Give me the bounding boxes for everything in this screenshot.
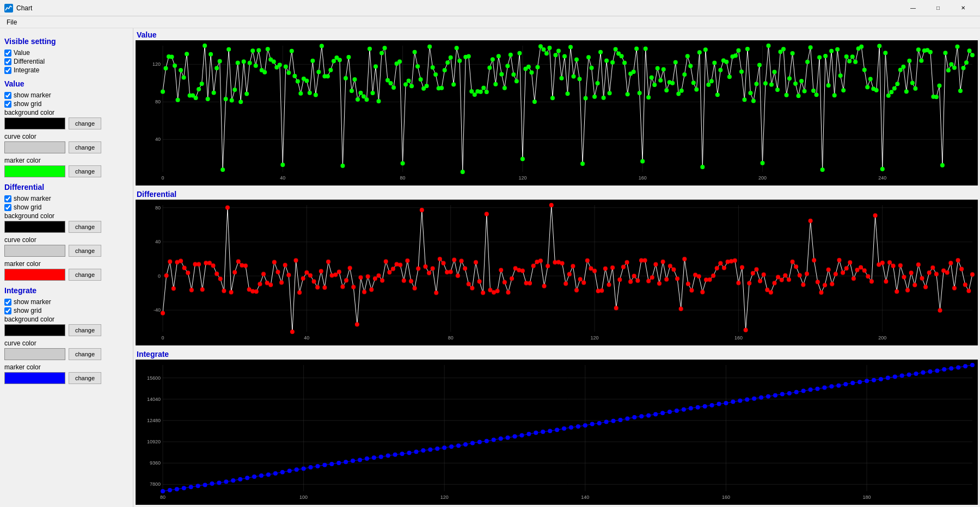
differential-chart-container: Differential bbox=[133, 188, 980, 347]
value-show-marker-row: show marker bbox=[4, 91, 128, 99]
menu-file[interactable]: File bbox=[2, 17, 21, 27]
window-controls: — □ ✕ bbox=[901, 0, 976, 16]
diff-curve-change-button[interactable]: change bbox=[69, 245, 101, 257]
diff-bg-color-row: background color change bbox=[4, 212, 128, 233]
diff-curve-color-swatch bbox=[4, 245, 65, 257]
maximize-button[interactable]: □ bbox=[926, 0, 951, 16]
int-bg-change-button[interactable]: change bbox=[69, 324, 101, 336]
value-show-grid-input[interactable] bbox=[4, 101, 11, 108]
int-show-marker-label: show marker bbox=[14, 298, 51, 306]
int-bg-color-row: background color change bbox=[4, 316, 128, 336]
cb-differential-input[interactable] bbox=[4, 58, 11, 65]
integrate-chart-container: Integrate bbox=[133, 348, 980, 507]
diff-curve-color-row: curve color change bbox=[4, 236, 128, 257]
differential-chart-canvas bbox=[136, 200, 978, 345]
diff-marker-color-row: marker color change bbox=[4, 260, 128, 281]
diff-show-grid-row: show grid bbox=[4, 203, 128, 211]
int-show-marker-input[interactable] bbox=[4, 299, 11, 306]
value-curve-change-button[interactable]: change bbox=[69, 141, 101, 153]
diff-curve-color-label: curve color bbox=[4, 236, 128, 244]
value-marker-color-swatch bbox=[4, 165, 65, 177]
integrate-section-title: Integrate bbox=[4, 286, 128, 295]
value-section-title: Value bbox=[4, 79, 128, 88]
value-chart-canvas bbox=[136, 40, 978, 186]
value-chart-container: Value bbox=[133, 28, 980, 188]
int-curve-change-button[interactable]: change bbox=[69, 348, 101, 360]
int-curve-color-swatch bbox=[4, 348, 65, 360]
int-show-grid-row: show grid bbox=[4, 307, 128, 314]
integrate-chart-title: Integrate bbox=[133, 348, 980, 360]
value-show-grid-label: show grid bbox=[14, 100, 41, 108]
value-curve-color-row: curve color change bbox=[4, 133, 128, 153]
charts-area: Value Differential Integrate bbox=[133, 28, 980, 507]
int-show-grid-label: show grid bbox=[14, 307, 41, 314]
diff-show-grid-input[interactable] bbox=[4, 204, 11, 211]
value-marker-color-row: marker color change bbox=[4, 157, 128, 177]
value-show-marker-label: show marker bbox=[14, 91, 51, 99]
integrate-chart-canvas bbox=[136, 360, 978, 505]
int-show-grid-input[interactable] bbox=[4, 307, 11, 314]
cb-value-label: Value bbox=[14, 49, 30, 57]
int-curve-color-label: curve color bbox=[4, 339, 128, 347]
minimize-button[interactable]: — bbox=[901, 0, 926, 16]
diff-bg-change-button[interactable]: change bbox=[69, 221, 101, 233]
differential-chart-title: Differential bbox=[133, 188, 980, 200]
diff-marker-change-button[interactable]: change bbox=[69, 269, 101, 281]
value-chart-canvas-wrapper bbox=[136, 40, 978, 186]
value-bg-color-row: background color change bbox=[4, 109, 128, 129]
differential-section-title: Differential bbox=[4, 183, 128, 191]
value-bg-color-swatch bbox=[4, 118, 65, 129]
diff-show-marker-input[interactable] bbox=[4, 195, 11, 202]
value-show-marker-input[interactable] bbox=[4, 92, 11, 99]
cb-integrate-input[interactable] bbox=[4, 67, 11, 74]
diff-show-marker-row: show marker bbox=[4, 195, 128, 202]
app-icon bbox=[4, 4, 13, 13]
cb-value-input[interactable] bbox=[4, 50, 11, 57]
int-show-marker-row: show marker bbox=[4, 298, 128, 306]
int-bg-color-swatch bbox=[4, 324, 65, 336]
close-button[interactable]: ✕ bbox=[951, 0, 976, 16]
diff-show-marker-label: show marker bbox=[14, 195, 51, 202]
integrate-chart-canvas-wrapper bbox=[136, 360, 978, 505]
cb-integrate-row: Integrate bbox=[4, 66, 128, 74]
value-marker-change-button[interactable]: change bbox=[69, 165, 101, 177]
diff-marker-color-label: marker color bbox=[4, 260, 128, 268]
diff-show-grid-label: show grid bbox=[14, 203, 41, 211]
value-curve-color-swatch bbox=[4, 141, 65, 153]
int-marker-color-label: marker color bbox=[4, 363, 128, 371]
main-layout: Visible setting Value Differential Integ… bbox=[0, 28, 980, 507]
int-marker-color-row: marker color change bbox=[4, 363, 128, 384]
cb-differential-label: Differential bbox=[14, 58, 45, 65]
diff-bg-color-label: background color bbox=[4, 212, 128, 220]
cb-integrate-label: Integrate bbox=[14, 66, 39, 74]
value-chart-title: Value bbox=[133, 28, 980, 40]
value-bg-color-label: background color bbox=[4, 109, 128, 116]
visible-setting-title: Visible setting bbox=[4, 37, 128, 46]
int-bg-color-label: background color bbox=[4, 316, 128, 323]
diff-marker-color-swatch bbox=[4, 269, 65, 281]
differential-chart-canvas-wrapper bbox=[136, 200, 978, 345]
int-marker-change-button[interactable]: change bbox=[69, 372, 101, 384]
cb-differential-row: Differential bbox=[4, 58, 128, 65]
value-show-grid-row: show grid bbox=[4, 100, 128, 108]
int-marker-color-swatch bbox=[4, 372, 65, 384]
value-bg-change-button[interactable]: change bbox=[69, 118, 101, 129]
int-curve-color-row: curve color change bbox=[4, 339, 128, 360]
diff-bg-color-swatch bbox=[4, 221, 65, 233]
title-bar: Chart — □ ✕ bbox=[0, 0, 980, 16]
value-marker-color-label: marker color bbox=[4, 157, 128, 164]
sidebar: Visible setting Value Differential Integ… bbox=[0, 28, 133, 507]
window-title: Chart bbox=[16, 4, 32, 12]
menu-bar: File bbox=[0, 16, 980, 28]
value-curve-color-label: curve color bbox=[4, 133, 128, 140]
cb-value-row: Value bbox=[4, 49, 128, 57]
